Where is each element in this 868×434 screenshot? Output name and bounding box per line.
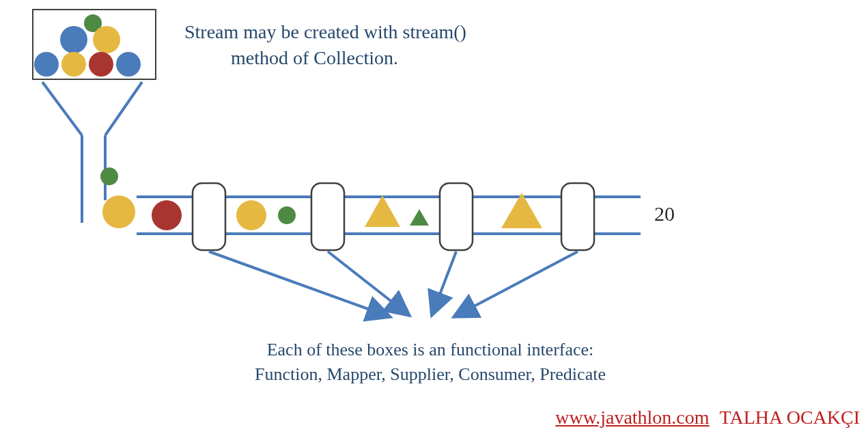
hopper-circle (89, 52, 113, 77)
stream-element-triangle (410, 209, 429, 226)
caption-bottom-line2: Function, Mapper, Supplier, Consumer, Pr… (255, 364, 606, 384)
arrow (453, 252, 578, 317)
hopper-circle (34, 52, 59, 77)
stage-box (193, 183, 225, 250)
stage-box (311, 183, 344, 250)
funnel-edge (105, 82, 142, 135)
stream-element (236, 200, 266, 230)
falling-element (102, 195, 135, 228)
falling-element (100, 167, 118, 185)
hopper-circle (60, 26, 87, 53)
stage-box (561, 183, 594, 250)
arrow (432, 252, 456, 316)
funnel-edge (42, 82, 82, 135)
credit-author: TALHA OCAKÇI (720, 407, 860, 428)
credit-url[interactable]: www.javathlon.com (555, 407, 709, 428)
caption-top-line2: method of Collection. (184, 45, 398, 71)
output-value: 20 (654, 202, 675, 226)
caption-bottom-line1: Each of these boxes is an functional int… (267, 340, 594, 360)
caption-top: Stream may be created with stream() meth… (184, 19, 567, 71)
credit-line: www.javathlon.com TALHA OCAKÇI (555, 407, 860, 429)
caption-bottom: Each of these boxes is an functional int… (184, 338, 676, 388)
stream-element (278, 206, 296, 224)
stream-element (152, 200, 182, 230)
caption-top-line1: Stream may be created with stream() (184, 21, 466, 42)
hopper-circle (116, 52, 141, 77)
arrow (209, 252, 391, 317)
stage-box (440, 183, 473, 250)
arrow (328, 252, 410, 316)
stream-element-triangle (365, 195, 400, 227)
hopper-circle (61, 52, 86, 77)
hopper-circle (93, 26, 120, 53)
